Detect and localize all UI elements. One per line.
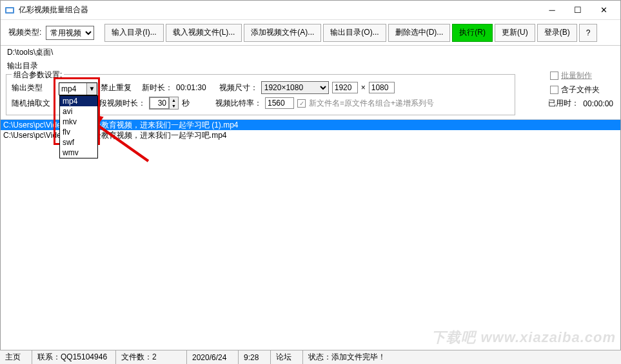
status-filecount: 文件数：2 [116,350,187,364]
status-contact: 联系：QQ15104946 [32,350,116,364]
dropdown-option[interactable]: mp4 [60,96,97,106]
status-main[interactable]: 主页 [0,350,32,364]
video-type-select[interactable]: 常用视频 [46,26,94,40]
window-title: 亿彩视频批量组合器 [19,5,539,15]
maximize-button[interactable]: ☐ [565,1,591,19]
delete-selected-button[interactable]: 删除选中(D)... [388,24,451,42]
no-repeat-label: 禁止重复 [101,82,132,93]
dropdown-option[interactable]: avi [60,106,97,117]
statusbar: 主页 联系：QQ15104946 文件数：2 2020/6/24 9:28 论坛… [0,350,621,364]
side-panel: 批量制作 含子文件夹 [550,68,613,97]
batch-make-checkbox[interactable] [550,72,558,80]
elapsed-time: 已用时： 00:00:00 [548,98,613,109]
output-type-label: 输出类型 [12,82,43,93]
dropdown-option[interactable]: mkv [60,117,97,127]
height-input[interactable] [369,82,395,93]
output-dir-button[interactable]: 输出目录(O)... [323,24,386,42]
bitrate-label: 视频比特率： [215,98,262,109]
bitrate-input[interactable] [265,97,294,109]
video-type-label: 视频类型: [8,27,41,38]
close-button[interactable]: ✕ [591,1,616,19]
help-button[interactable]: ? [579,24,598,42]
svg-rect-1 [6,8,13,12]
naming-label: 新文件名=原文件名组合+递增系列号 [309,98,434,109]
new-duration-label: 新时长： [142,82,173,93]
input-dir-button[interactable]: 输入目录(I)... [104,24,163,42]
update-button[interactable]: 更新(U) [495,24,535,42]
login-button[interactable]: 登录(B) [537,24,577,42]
status-forum[interactable]: 论坛 [271,350,303,364]
output-path-label: 输出目录 [1,59,620,73]
video-size-label: 视频尺寸： [219,82,258,93]
toolbar: 视频类型: 常用视频 输入目录(I)... 载入视频文件(L)... 添加视频文… [1,20,620,46]
execute-button[interactable]: 执行(R) [452,24,493,42]
dropdown-option[interactable]: swf [60,137,97,148]
new-duration-value: 00:01:30 [176,83,206,92]
output-format-select[interactable]: mp4 ▼ [59,82,97,95]
dropdown-option[interactable]: flv [60,127,97,137]
output-format-dropdown[interactable]: mp4 avi mkv flv swf wmv [59,95,98,158]
size-x: × [361,83,366,92]
video-size-select[interactable]: 1920×1080 [261,81,329,94]
add-files-button[interactable]: 添加视频文件(A)... [244,24,321,42]
settings-legend: 组合参数设置: [12,70,64,81]
input-path: D:\tools\桌面\ [1,46,620,59]
random-extract-label: 随机抽取文 [12,98,50,109]
segment-label: 每段视频时长： [92,98,146,109]
seconds-label: 秒 [182,98,190,109]
include-subfolder-label: 含子文件夹 [561,84,600,95]
minimize-button[interactable]: ─ [539,1,565,19]
segment-duration-spinner[interactable]: ▲▼ [149,97,179,110]
chevron-down-icon: ▼ [86,83,97,95]
include-subfolder-checkbox[interactable] [550,86,558,94]
titlebar: 亿彩视频批量组合器 ─ ☐ ✕ [1,1,620,20]
batch-make-label: 批量制作 [561,70,592,81]
status-message: 状态：添加文件完毕！ [303,350,621,364]
app-icon [5,5,15,15]
status-date: 2020/6/24 [187,350,239,364]
status-time: 9:28 [239,350,271,364]
naming-checkbox[interactable] [297,99,306,108]
load-files-button[interactable]: 载入视频文件(L)... [166,24,242,42]
dropdown-option[interactable]: wmv [60,148,97,158]
width-input[interactable] [332,82,358,93]
